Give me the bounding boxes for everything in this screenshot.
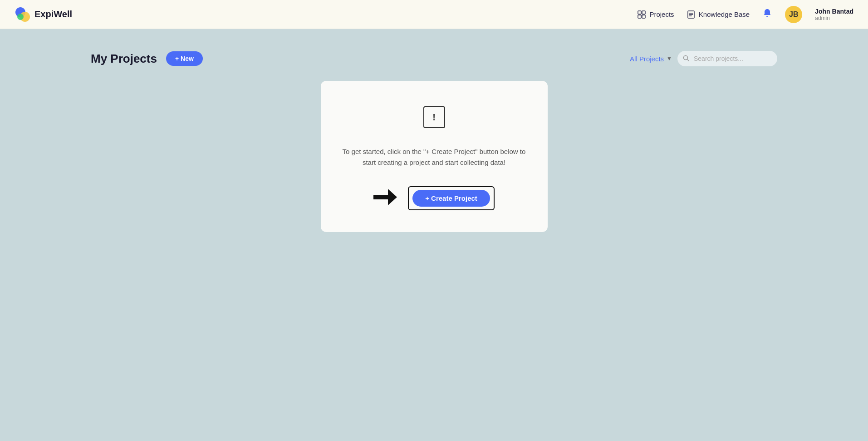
create-project-btn-wrapper: + Create Project bbox=[408, 186, 495, 210]
page-title: My Projects bbox=[91, 52, 157, 66]
nav-knowledge-base[interactable]: Knowledge Base bbox=[687, 10, 750, 19]
arrow-right-icon bbox=[373, 189, 397, 208]
alert-icon-wrapper: ! bbox=[423, 106, 445, 128]
create-project-row: + Create Project bbox=[343, 186, 526, 210]
header-nav: Projects Knowledge Base JB John Bantad a… bbox=[638, 6, 853, 23]
avatar[interactable]: JB bbox=[785, 6, 802, 23]
page-header: My Projects + New All Projects ▼ bbox=[91, 51, 777, 66]
projects-icon bbox=[638, 10, 646, 19]
page-header-left: My Projects + New bbox=[91, 51, 203, 66]
logo-area: ExpiWell bbox=[15, 6, 72, 23]
main-content: My Projects + New All Projects ▼ ! bbox=[0, 29, 868, 254]
logo-text: ExpiWell bbox=[34, 9, 72, 20]
notification-bell-icon[interactable] bbox=[762, 8, 772, 20]
svg-rect-3 bbox=[638, 11, 641, 14]
svg-rect-5 bbox=[638, 15, 641, 18]
user-role: admin bbox=[815, 15, 853, 21]
search-wrapper bbox=[677, 51, 777, 66]
new-button[interactable]: + New bbox=[166, 51, 203, 66]
user-name: John Bantad bbox=[815, 8, 853, 15]
svg-rect-13 bbox=[373, 195, 390, 199]
projects-nav-label: Projects bbox=[649, 10, 674, 18]
svg-marker-14 bbox=[388, 189, 397, 205]
empty-description: To get started, click on the "+ Create P… bbox=[343, 146, 526, 168]
empty-state-card: ! To get started, click on the "+ Create… bbox=[321, 81, 548, 232]
all-projects-label: All Projects bbox=[630, 55, 664, 63]
all-projects-dropdown[interactable]: All Projects ▼ bbox=[630, 55, 672, 63]
page-header-right: All Projects ▼ bbox=[630, 51, 777, 66]
svg-rect-4 bbox=[642, 11, 645, 14]
chevron-down-icon: ▼ bbox=[667, 55, 672, 62]
svg-rect-6 bbox=[642, 15, 645, 18]
nav-projects[interactable]: Projects bbox=[638, 10, 674, 19]
avatar-initials: JB bbox=[789, 10, 798, 19]
knowledge-base-icon bbox=[687, 10, 695, 19]
logo-icon bbox=[15, 6, 31, 23]
create-project-button[interactable]: + Create Project bbox=[412, 190, 490, 207]
search-input[interactable] bbox=[677, 51, 777, 66]
alert-icon: ! bbox=[432, 112, 436, 123]
user-info: John Bantad admin bbox=[815, 8, 853, 21]
svg-line-12 bbox=[687, 59, 689, 61]
header: ExpiWell Projects Knowledge Base bbox=[0, 0, 868, 29]
search-icon bbox=[683, 55, 689, 63]
knowledge-base-label: Knowledge Base bbox=[699, 10, 750, 18]
svg-point-2 bbox=[17, 14, 24, 20]
